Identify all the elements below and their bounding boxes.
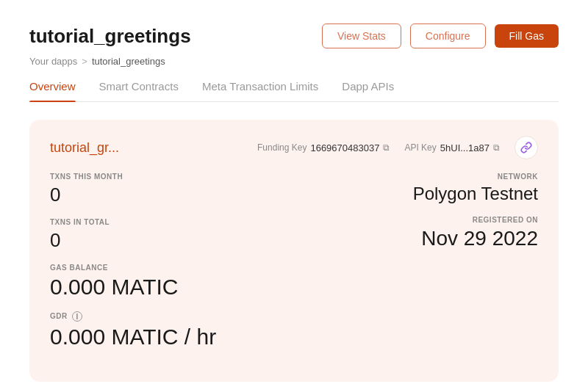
header-buttons: View Stats Configure Fill Gas bbox=[322, 23, 559, 48]
registered-on-block: REGISTERED ON Nov 29 2022 bbox=[421, 216, 538, 250]
tab-dapp-apis[interactable]: Dapp APIs bbox=[342, 80, 394, 101]
tab-overview[interactable]: Overview bbox=[29, 80, 76, 101]
gas-balance-value: 0.000 MATIC bbox=[50, 275, 294, 300]
tab-smart-contracts[interactable]: Smart Contracts bbox=[99, 80, 179, 101]
tabs: Overview Smart Contracts Meta Transactio… bbox=[29, 80, 559, 102]
gdr-block: GDR i 0.000 MATIC / hr bbox=[50, 311, 294, 349]
view-stats-button[interactable]: View Stats bbox=[322, 23, 401, 48]
card-title: tutorial_gr... bbox=[50, 140, 119, 156]
api-key-copy-icon[interactable]: ⧉ bbox=[493, 142, 500, 153]
dapp-card: tutorial_gr... Funding Key 1669670483037… bbox=[29, 120, 559, 382]
txns-this-month-label: TXNS THIS MONTH bbox=[50, 173, 294, 181]
registered-on-value: Nov 29 2022 bbox=[421, 227, 538, 250]
breadcrumb: Your dapps > tutorial_greetings bbox=[29, 56, 559, 67]
txns-this-month-value: 0 bbox=[50, 184, 294, 206]
funding-key-copy-icon[interactable]: ⧉ bbox=[383, 142, 390, 153]
breadcrumb-separator: > bbox=[82, 56, 87, 67]
gdr-label: GDR i bbox=[50, 311, 294, 322]
txns-this-month-block: TXNS THIS MONTH 0 bbox=[50, 173, 294, 206]
txns-in-total-value: 0 bbox=[50, 229, 294, 252]
gas-balance-label: GAS BALANCE bbox=[50, 264, 294, 272]
left-column: TXNS THIS MONTH 0 TXNS IN TOTAL 0 GAS BA… bbox=[50, 173, 294, 361]
card-header: tutorial_gr... Funding Key 1669670483037… bbox=[50, 136, 538, 159]
fill-gas-button[interactable]: Fill Gas bbox=[495, 24, 559, 48]
gdr-info-icon[interactable]: i bbox=[72, 311, 82, 322]
api-key-label: API Key bbox=[404, 142, 436, 153]
link-icon[interactable] bbox=[514, 136, 538, 159]
configure-button[interactable]: Configure bbox=[410, 23, 486, 48]
card-body: TXNS THIS MONTH 0 TXNS IN TOTAL 0 GAS BA… bbox=[50, 173, 538, 361]
registered-on-label: REGISTERED ON bbox=[421, 216, 538, 224]
breadcrumb-parent[interactable]: Your dapps bbox=[29, 56, 77, 67]
header: tutorial_greetings View Stats Configure … bbox=[29, 23, 559, 48]
funding-key-item: Funding Key 1669670483037 ⧉ bbox=[257, 142, 390, 153]
gas-balance-block: GAS BALANCE 0.000 MATIC bbox=[50, 264, 294, 300]
txns-in-total-block: TXNS IN TOTAL 0 bbox=[50, 218, 294, 252]
app-title: tutorial_greetings bbox=[29, 25, 191, 48]
gdr-value: 0.000 MATIC / hr bbox=[50, 325, 294, 349]
funding-key-label: Funding Key bbox=[257, 142, 306, 153]
txns-in-total-label: TXNS IN TOTAL bbox=[50, 218, 294, 226]
network-value: Polygon Testnet bbox=[413, 184, 538, 204]
api-key-item: API Key 5hUI...1a87 ⧉ bbox=[404, 142, 500, 153]
tab-meta-transaction-limits[interactable]: Meta Transaction Limits bbox=[202, 80, 318, 101]
api-key-value: 5hUI...1a87 bbox=[440, 142, 490, 153]
breadcrumb-current: tutorial_greetings bbox=[92, 56, 165, 67]
network-label: NETWORK bbox=[413, 173, 538, 181]
network-block: NETWORK Polygon Testnet bbox=[413, 173, 538, 204]
card-header-right: Funding Key 1669670483037 ⧉ API Key 5hUI… bbox=[257, 136, 538, 159]
right-column: NETWORK Polygon Testnet REGISTERED ON No… bbox=[294, 173, 538, 361]
funding-key-value: 1669670483037 bbox=[310, 142, 379, 153]
